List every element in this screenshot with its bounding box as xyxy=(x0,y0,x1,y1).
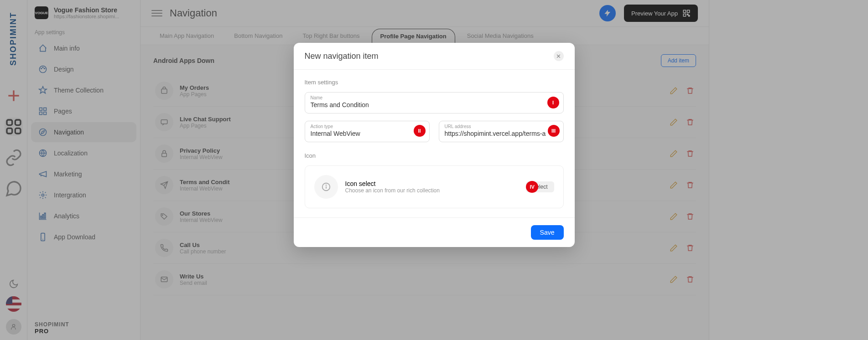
action-type-field[interactable]: Action type Internal WebView II xyxy=(305,121,430,142)
annotation-two: II xyxy=(414,125,426,137)
annotation-three: III xyxy=(548,125,560,137)
close-icon[interactable]: ✕ xyxy=(554,51,564,61)
name-label: Name xyxy=(311,95,558,100)
name-field[interactable]: Name Terms and Condition I xyxy=(305,92,564,113)
modal-overlay[interactable]: New navigation item ✕ Item settings Name… xyxy=(0,0,868,340)
save-button[interactable]: Save xyxy=(531,225,564,240)
name-value: Terms and Condition xyxy=(311,101,558,108)
url-label: URL address xyxy=(445,124,558,129)
section-item-settings: Item settings xyxy=(305,79,564,86)
svg-point-35 xyxy=(326,185,326,185)
info-icon xyxy=(314,175,338,199)
modal-title: New navigation item xyxy=(305,52,379,61)
section-icon: Icon xyxy=(305,152,564,159)
icon-select-sub: Choose an icon from our rich collection xyxy=(345,187,519,194)
annotation-one: I xyxy=(547,97,559,108)
modal-footer: Save xyxy=(294,217,575,247)
modal-body: Item settings Name Terms and Condition I… xyxy=(294,70,575,217)
icon-select-title: Icon select xyxy=(345,180,519,187)
icon-select-box: Icon select Choose an icon from our rich… xyxy=(305,165,564,208)
url-value: https://shopimint.vercel.app/terms-a xyxy=(445,130,558,137)
annotation-four: IV xyxy=(526,181,538,193)
action-value: Internal WebView xyxy=(311,130,424,137)
modal-new-navigation-item: New navigation item ✕ Item settings Name… xyxy=(294,43,575,247)
modal-header: New navigation item ✕ xyxy=(294,43,575,70)
url-field[interactable]: URL address https://shopimint.vercel.app… xyxy=(439,121,564,142)
action-label: Action type xyxy=(311,124,424,129)
